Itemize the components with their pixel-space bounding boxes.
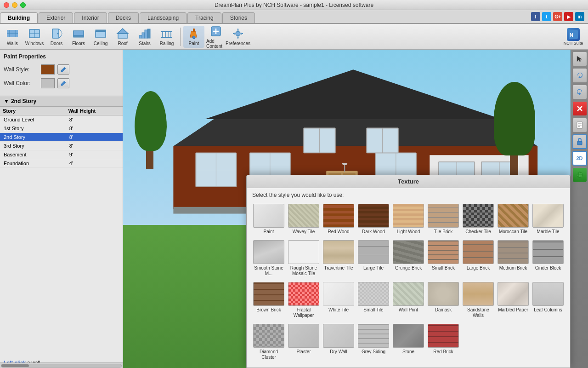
railing-icon <box>160 27 173 40</box>
railing-tool[interactable]: Railing <box>156 26 177 48</box>
close-window-button[interactable] <box>4 2 9 8</box>
svg-rect-89 <box>577 141 582 145</box>
texture-item-brown-brick[interactable]: Brown Brick <box>252 280 285 320</box>
texture-item-sandstone-walls[interactable]: Sandstone Walls <box>462 280 495 320</box>
texture-thumb-plaster <box>288 324 319 348</box>
add-content-tool[interactable]: Add Content <box>205 26 226 48</box>
texture-item-dry-wall[interactable]: Dry Wall <box>322 322 355 362</box>
tab-interior[interactable]: Interior <box>74 12 107 23</box>
texture-item-moroccan-tile[interactable]: Moroccan Tile <box>497 202 530 236</box>
lock-button[interactable] <box>572 134 587 149</box>
ceiling-tool[interactable]: Ceiling <box>90 26 111 48</box>
paint-tool[interactable]: Paint <box>183 26 204 48</box>
texture-item-checker-tile[interactable]: Checker Tile <box>462 202 495 236</box>
twitter-icon[interactable]: t <box>542 12 551 21</box>
walls-tool[interactable]: Walls <box>2 26 23 48</box>
googleplus-icon[interactable]: G+ <box>553 12 562 21</box>
texture-item-paint[interactable]: Paint <box>252 202 285 236</box>
texture-thumb-dark-wood <box>358 204 389 228</box>
texture-item-travertine[interactable]: Travertine Tile <box>322 238 355 278</box>
story-row-1[interactable]: 1st Story8' <box>0 124 123 133</box>
texture-label-travertine: Travertine Tile <box>324 265 353 271</box>
doors-tool[interactable]: Doors <box>46 26 67 48</box>
texture-item-large-brick[interactable]: Large Brick <box>462 238 495 278</box>
wall-style-eyedropper[interactable] <box>57 64 69 75</box>
texture-item-small-tile[interactable]: Small Tile <box>357 280 390 320</box>
preferences-tool[interactable]: Preferences <box>227 26 249 48</box>
texture-item-tile-brick[interactable]: Tile Brick <box>427 202 460 236</box>
texture-item-wall-print[interactable]: Wall Print <box>392 280 425 320</box>
roof-label: Roof <box>118 41 127 46</box>
texture-thumb-paint <box>253 204 284 228</box>
2d-view-button[interactable]: 2D <box>572 151 587 166</box>
texture-item-rough-stone[interactable]: Rough Stone Mosaic Tile <box>287 238 320 278</box>
texture-label-grunge-brick: Grunge Brick <box>395 265 422 271</box>
texture-item-stone[interactable]: Stone <box>392 322 425 362</box>
wall-style-swatch[interactable] <box>41 64 55 75</box>
document-button[interactable] <box>572 118 587 132</box>
wall-color-swatch[interactable] <box>41 78 55 88</box>
texture-label-dry-wall: Dry Wall <box>330 349 347 355</box>
stairs-tool[interactable]: Stairs <box>134 26 155 48</box>
cursor-tool-button[interactable] <box>572 52 587 66</box>
facebook-icon[interactable]: f <box>531 12 540 21</box>
story-row-2[interactable]: 2nd Story8' <box>0 133 123 142</box>
left-panel-scrollbar[interactable] <box>0 362 123 368</box>
texture-item-grey-siding[interactable]: Grey Siding <box>357 322 390 362</box>
texture-item-cinder-block[interactable]: Cinder Block <box>531 238 565 278</box>
tab-exterior[interactable]: Exterior <box>39 12 73 23</box>
texture-thumb-leaf-columns <box>532 282 564 306</box>
texture-item-plaster[interactable]: Plaster <box>287 322 320 362</box>
texture-item-damask[interactable]: Damask <box>427 280 460 320</box>
delete-button[interactable] <box>572 101 587 116</box>
texture-item-marbled-paper[interactable]: Marbled Paper <box>497 280 530 320</box>
roof-tool[interactable]: Roof <box>112 26 133 48</box>
texture-label-marble-tile: Marble Tile <box>537 229 560 235</box>
floors-tool[interactable]: Floors <box>68 26 89 48</box>
tab-building[interactable]: Building <box>0 12 38 23</box>
tab-decks[interactable]: Decks <box>108 12 139 23</box>
texture-item-medium-brick[interactable]: Medium Brick <box>497 238 530 278</box>
texture-item-diamond-cluster[interactable]: Diamond Cluster <box>252 322 285 362</box>
wall-color-eyedropper[interactable] <box>57 78 69 88</box>
scrollbar-track <box>1 364 122 368</box>
texture-item-large-tile[interactable]: Large Tile <box>357 238 390 278</box>
texture-item-fractal-wallpaper[interactable]: Fractal Wallpaper <box>287 280 320 320</box>
linkedin-icon[interactable]: in <box>575 12 584 21</box>
texture-item-grunge-brick[interactable]: Grunge Brick <box>392 238 425 278</box>
minimize-window-button[interactable] <box>12 2 17 8</box>
tab-landscaping[interactable]: Landscaping <box>140 12 187 23</box>
texture-thumb-travertine <box>323 240 354 264</box>
texture-item-marble-tile[interactable]: Marble Tile <box>531 202 565 236</box>
texture-item-red-brick[interactable]: Red Brick <box>427 322 460 362</box>
story-row-3[interactable]: 3rd Story8' <box>0 142 123 150</box>
svg-point-8 <box>57 33 59 34</box>
texture-item-leaf-columns[interactable]: Leaf Columns <box>531 280 565 320</box>
nch-suite-button[interactable]: N NCH Suite <box>560 26 586 48</box>
svg-marker-36 <box>173 119 537 146</box>
texture-item-smooth-stone[interactable]: Smooth Stone M... <box>252 238 285 278</box>
preferences-icon <box>232 27 244 40</box>
texture-thumb-marble-tile <box>532 204 564 228</box>
texture-item-wavey-tile[interactable]: Wavey Tile <box>287 202 320 236</box>
windows-tool[interactable]: Windows <box>24 26 45 48</box>
scrollbar-thumb[interactable] <box>1 364 29 367</box>
svg-marker-82 <box>577 56 582 62</box>
story-header[interactable]: ▼ 2nd Story <box>0 96 123 107</box>
story-row-4[interactable]: Basement9' <box>0 150 123 159</box>
3d-globe-button[interactable] <box>572 167 587 182</box>
tab-tracing[interactable]: Tracing <box>187 12 221 23</box>
undo-button[interactable] <box>572 68 587 83</box>
redo-button[interactable] <box>572 85 587 99</box>
story-row-0[interactable]: Ground Level8' <box>0 115 123 124</box>
tab-stories[interactable]: Stories <box>222 12 255 23</box>
youtube-icon[interactable]: ▶ <box>564 12 573 21</box>
texture-item-white-tile[interactable]: White Tile <box>322 280 355 320</box>
texture-label-small-tile: Small Tile <box>363 307 383 313</box>
texture-item-small-brick[interactable]: Small Brick <box>427 238 460 278</box>
texture-item-dark-wood[interactable]: Dark Wood <box>357 202 390 236</box>
texture-item-light-wood[interactable]: Light Wood <box>392 202 425 236</box>
maximize-window-button[interactable] <box>20 2 26 8</box>
story-row-5[interactable]: Foundation4' <box>0 159 123 168</box>
texture-item-red-wood[interactable]: Red Wood <box>322 202 355 236</box>
